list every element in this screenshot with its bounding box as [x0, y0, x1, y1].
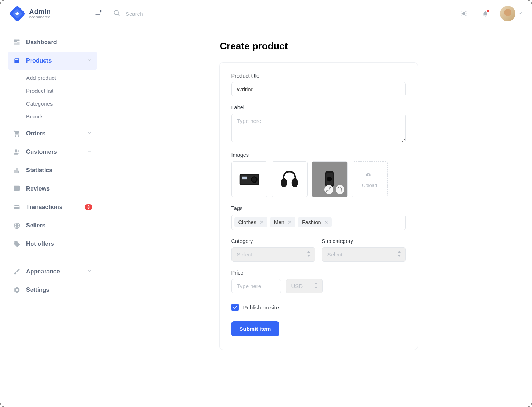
submit-button[interactable]: Submit item [231, 321, 279, 336]
dashboard-icon [13, 38, 21, 46]
currency-select[interactable]: USD [286, 279, 323, 293]
products-icon [13, 57, 21, 65]
upload-label: Upload [362, 183, 377, 188]
sidebar-item-products[interactable]: Products [8, 52, 97, 70]
cloud-upload-icon [366, 171, 373, 180]
svg-line-11 [462, 11, 462, 12]
image-delete-button[interactable] [336, 185, 344, 194]
svg-rect-30 [14, 206, 20, 208]
statistics-icon [13, 166, 21, 174]
user-menu-button[interactable] [500, 6, 523, 21]
tag-item: Clothes✕ [234, 217, 267, 227]
sidebar-item-reviews[interactable]: Reviews [8, 180, 97, 198]
logo[interactable]: Admin ecommerce [9, 6, 95, 22]
svg-line-44 [326, 190, 328, 192]
logo-subtitle: ecommerce [29, 15, 51, 20]
hot-offers-icon [13, 240, 21, 248]
svg-rect-29 [14, 205, 20, 209]
tag-remove-button[interactable]: ✕ [324, 219, 329, 225]
tag-remove-button[interactable]: ✕ [288, 219, 292, 225]
sidebar-item-sellers[interactable]: Sellers [8, 216, 97, 235]
sidebar-item-settings[interactable]: Settings [8, 281, 97, 299]
sidebar-item-label: Orders [26, 130, 45, 137]
svg-rect-23 [15, 59, 18, 60]
upload-image-button[interactable]: Upload [352, 161, 388, 197]
tags-label: Tags [231, 205, 406, 211]
sidebar-subitem-product-list[interactable]: Product list [26, 86, 97, 96]
svg-line-16 [466, 11, 466, 12]
tag-item: Fashion✕ [298, 217, 332, 227]
image-thumb-camera[interactable] [231, 161, 267, 197]
sidebar-item-label: Hot offers [26, 241, 54, 247]
svg-line-15 [462, 15, 462, 16]
image-expand-button[interactable] [324, 185, 333, 194]
svg-point-42 [327, 177, 332, 181]
sidebar-item-dashboard[interactable]: Dashboard [8, 33, 97, 52]
svg-rect-17 [14, 40, 17, 42]
sidebar-item-transactions[interactable]: Transactions 8 [8, 198, 97, 216]
sidebar-subitem-brands[interactable]: Brands [26, 112, 97, 121]
svg-line-7 [118, 14, 120, 16]
publish-checkbox[interactable] [231, 304, 239, 311]
svg-rect-28 [18, 171, 19, 173]
transactions-badge: 8 [85, 204, 92, 210]
notification-dot [487, 10, 489, 12]
svg-point-25 [18, 150, 19, 152]
sidebar-item-statistics[interactable]: Statistics [8, 161, 97, 180]
logo-mark [9, 6, 25, 22]
sidebar-item-label: Customers [26, 149, 57, 155]
svg-point-38 [281, 178, 287, 187]
sub-category-label: Sub category [322, 238, 406, 244]
svg-point-39 [292, 178, 298, 187]
svg-rect-27 [16, 168, 17, 173]
svg-point-6 [114, 10, 118, 15]
chevron-down-icon [86, 57, 92, 65]
sidebar-item-customers[interactable]: Customers [8, 143, 97, 161]
search-input[interactable] [125, 11, 199, 17]
sidebar-item-hot-offers[interactable]: Hot offers [8, 235, 97, 253]
svg-rect-26 [14, 170, 15, 173]
publish-label: Publish on site [243, 304, 279, 311]
svg-rect-22 [14, 58, 19, 63]
label-field-label: Label [231, 105, 406, 110]
chevron-down-icon [86, 130, 92, 138]
images-label: Images [231, 152, 406, 158]
sidebar-item-orders[interactable]: Orders [8, 124, 97, 143]
orders-icon [13, 130, 21, 138]
avatar [500, 6, 515, 21]
customers-icon [13, 148, 21, 156]
price-input[interactable] [231, 279, 281, 293]
label-textarea[interactable] [231, 114, 406, 142]
product-title-input[interactable] [231, 82, 406, 96]
svg-point-8 [462, 12, 465, 15]
category-select[interactable]: Select [231, 247, 315, 262]
image-thumb-headphones[interactable] [272, 161, 308, 197]
tags-input[interactable]: Clothes✕ Men✕ Fashion✕ [231, 215, 406, 230]
sidebar-item-label: Statistics [26, 167, 52, 174]
notifications-button[interactable] [479, 7, 492, 20]
sidebar-subitem-categories[interactable]: Categories [26, 99, 97, 109]
sidebar-item-appearance[interactable]: Appearance [8, 262, 97, 281]
price-label: Price [231, 270, 406, 276]
product-title-label: Product title [231, 73, 406, 79]
svg-rect-37 [242, 177, 247, 179]
image-thumb-watch[interactable] [312, 161, 348, 197]
sidebar-item-label: Dashboard [26, 39, 57, 46]
chevron-down-icon [518, 10, 523, 17]
sub-category-select[interactable]: Select [322, 247, 406, 262]
search-icon [113, 9, 120, 18]
svg-rect-19 [17, 42, 20, 45]
theme-toggle-button[interactable] [457, 7, 471, 20]
appearance-icon [13, 268, 21, 276]
sidebar-item-label: Settings [26, 287, 49, 293]
sellers-icon [13, 222, 21, 230]
reviews-icon [13, 185, 21, 193]
sidebar-subitem-add-product[interactable]: Add product [26, 73, 97, 83]
svg-line-43 [329, 187, 331, 189]
tag-remove-button[interactable]: ✕ [260, 219, 264, 225]
sidebar-item-label: Appearance [26, 268, 60, 275]
svg-rect-21 [17, 40, 20, 41]
menu-toggle-button[interactable] [95, 9, 102, 18]
sidebar-item-label: Products [26, 57, 52, 64]
sidebar-item-label: Transactions [26, 204, 63, 210]
